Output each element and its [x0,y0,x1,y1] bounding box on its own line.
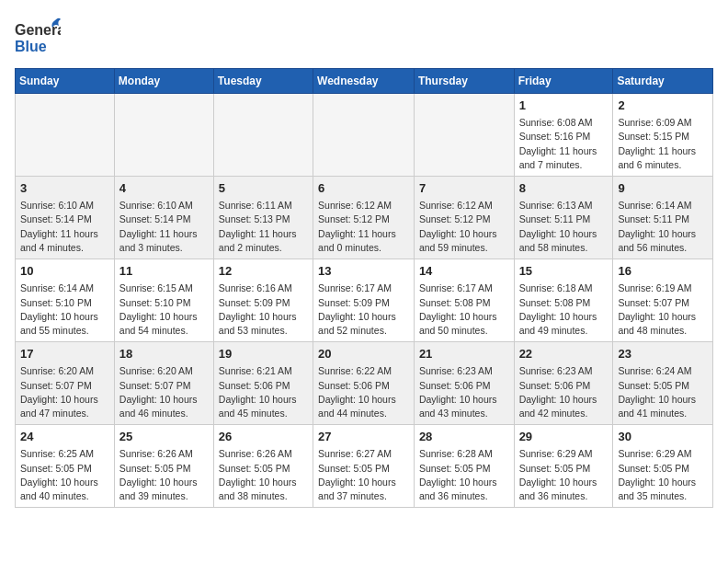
day-info: Sunrise: 6:13 AM Sunset: 5:11 PM Dayligh… [519,199,609,255]
calendar-cell: 23Sunrise: 6:24 AM Sunset: 5:05 PM Dayli… [613,342,713,425]
day-info: Sunrise: 6:20 AM Sunset: 5:07 PM Dayligh… [119,364,209,420]
day-number: 11 [119,263,209,280]
calendar-cell: 17Sunrise: 6:20 AM Sunset: 5:07 PM Dayli… [16,342,115,425]
day-info: Sunrise: 6:09 AM Sunset: 5:15 PM Dayligh… [618,116,708,172]
week-row-5: 24Sunrise: 6:25 AM Sunset: 5:05 PM Dayli… [16,425,713,508]
day-number: 17 [20,346,109,362]
day-info: Sunrise: 6:19 AM Sunset: 5:07 PM Dayligh… [618,282,708,338]
day-info: Sunrise: 6:08 AM Sunset: 5:16 PM Dayligh… [519,116,609,172]
weekday-header-tuesday: Tuesday [213,69,313,94]
day-info: Sunrise: 6:18 AM Sunset: 5:08 PM Dayligh… [519,282,609,338]
weekday-header-monday: Monday [114,69,213,94]
calendar-cell: 22Sunrise: 6:23 AM Sunset: 5:06 PM Dayli… [514,342,613,425]
logo-svg: GeneralBlue [15,15,61,61]
day-info: Sunrise: 6:11 AM Sunset: 5:13 PM Dayligh… [219,199,308,255]
day-number: 24 [20,429,109,445]
calendar-cell [414,94,514,177]
day-number: 8 [519,180,609,197]
day-number: 23 [618,346,708,362]
day-info: Sunrise: 6:15 AM Sunset: 5:10 PM Dayligh… [119,282,209,338]
day-info: Sunrise: 6:29 AM Sunset: 5:05 PM Dayligh… [519,447,609,503]
calendar-cell: 29Sunrise: 6:29 AM Sunset: 5:05 PM Dayli… [514,425,613,508]
week-row-4: 17Sunrise: 6:20 AM Sunset: 5:07 PM Dayli… [16,342,713,425]
day-number: 29 [519,429,609,445]
calendar-cell: 10Sunrise: 6:14 AM Sunset: 5:10 PM Dayli… [16,259,115,342]
day-info: Sunrise: 6:20 AM Sunset: 5:07 PM Dayligh… [20,364,109,420]
calendar-cell: 4Sunrise: 6:10 AM Sunset: 5:14 PM Daylig… [114,177,213,259]
calendar-cell: 12Sunrise: 6:16 AM Sunset: 5:09 PM Dayli… [213,259,313,342]
weekday-header-thursday: Thursday [414,69,514,94]
day-number: 21 [419,346,509,362]
day-number: 19 [219,346,308,362]
day-info: Sunrise: 6:29 AM Sunset: 5:05 PM Dayligh… [618,447,708,503]
day-number: 30 [618,429,708,445]
day-number: 7 [419,180,509,197]
calendar-cell: 2Sunrise: 6:09 AM Sunset: 5:15 PM Daylig… [613,94,713,177]
day-number: 2 [618,98,708,114]
day-number: 18 [119,346,209,362]
weekday-header-row: SundayMondayTuesdayWednesdayThursdayFrid… [16,69,713,94]
calendar-cell: 27Sunrise: 6:27 AM Sunset: 5:05 PM Dayli… [313,425,415,508]
calendar-cell: 15Sunrise: 6:18 AM Sunset: 5:08 PM Dayli… [514,259,613,342]
day-info: Sunrise: 6:10 AM Sunset: 5:14 PM Dayligh… [119,199,209,255]
day-info: Sunrise: 6:21 AM Sunset: 5:06 PM Dayligh… [219,364,308,420]
page-header: GeneralBlue [15,15,713,61]
day-number: 3 [20,180,109,197]
calendar-cell: 14Sunrise: 6:17 AM Sunset: 5:08 PM Dayli… [414,259,514,342]
calendar-cell [213,94,313,177]
day-number: 6 [318,180,409,197]
day-number: 4 [119,180,209,197]
calendar-cell: 19Sunrise: 6:21 AM Sunset: 5:06 PM Dayli… [213,342,313,425]
day-number: 1 [519,98,609,114]
day-number: 28 [419,429,509,445]
weekday-header-saturday: Saturday [613,69,713,94]
calendar-cell [16,94,115,177]
calendar-cell: 24Sunrise: 6:25 AM Sunset: 5:05 PM Dayli… [16,425,115,508]
day-info: Sunrise: 6:16 AM Sunset: 5:09 PM Dayligh… [219,282,308,338]
calendar-cell: 18Sunrise: 6:20 AM Sunset: 5:07 PM Dayli… [114,342,213,425]
week-row-2: 3Sunrise: 6:10 AM Sunset: 5:14 PM Daylig… [16,177,713,259]
calendar-cell: 21Sunrise: 6:23 AM Sunset: 5:06 PM Dayli… [414,342,514,425]
day-info: Sunrise: 6:14 AM Sunset: 5:10 PM Dayligh… [20,282,109,338]
day-number: 25 [119,429,209,445]
svg-text:Blue: Blue [15,39,47,54]
calendar-cell: 9Sunrise: 6:14 AM Sunset: 5:11 PM Daylig… [613,177,713,259]
calendar-cell: 3Sunrise: 6:10 AM Sunset: 5:14 PM Daylig… [16,177,115,259]
day-number: 13 [318,263,409,280]
day-info: Sunrise: 6:12 AM Sunset: 5:12 PM Dayligh… [318,199,409,255]
day-number: 10 [20,263,109,280]
calendar-cell: 6Sunrise: 6:12 AM Sunset: 5:12 PM Daylig… [313,177,415,259]
day-info: Sunrise: 6:22 AM Sunset: 5:06 PM Dayligh… [318,364,409,420]
day-number: 12 [219,263,308,280]
day-info: Sunrise: 6:27 AM Sunset: 5:05 PM Dayligh… [318,447,409,503]
day-info: Sunrise: 6:25 AM Sunset: 5:05 PM Dayligh… [20,447,109,503]
weekday-header-sunday: Sunday [16,69,115,94]
calendar-cell: 16Sunrise: 6:19 AM Sunset: 5:07 PM Dayli… [613,259,713,342]
calendar-cell: 20Sunrise: 6:22 AM Sunset: 5:06 PM Dayli… [313,342,415,425]
day-number: 5 [219,180,308,197]
week-row-3: 10Sunrise: 6:14 AM Sunset: 5:10 PM Dayli… [16,259,713,342]
calendar-cell: 5Sunrise: 6:11 AM Sunset: 5:13 PM Daylig… [213,177,313,259]
week-row-1: 1Sunrise: 6:08 AM Sunset: 5:16 PM Daylig… [16,94,713,177]
day-info: Sunrise: 6:24 AM Sunset: 5:05 PM Dayligh… [618,364,708,420]
calendar-cell: 25Sunrise: 6:26 AM Sunset: 5:05 PM Dayli… [114,425,213,508]
calendar-cell: 1Sunrise: 6:08 AM Sunset: 5:16 PM Daylig… [514,94,613,177]
calendar-cell [313,94,415,177]
calendar-cell: 13Sunrise: 6:17 AM Sunset: 5:09 PM Dayli… [313,259,415,342]
day-number: 20 [318,346,409,362]
day-number: 27 [318,429,409,445]
day-info: Sunrise: 6:26 AM Sunset: 5:05 PM Dayligh… [119,447,209,503]
weekday-header-friday: Friday [514,69,613,94]
day-info: Sunrise: 6:26 AM Sunset: 5:05 PM Dayligh… [219,447,308,503]
day-info: Sunrise: 6:28 AM Sunset: 5:05 PM Dayligh… [419,447,509,503]
day-number: 26 [219,429,308,445]
weekday-header-wednesday: Wednesday [313,69,415,94]
logo: GeneralBlue [15,15,61,61]
day-info: Sunrise: 6:17 AM Sunset: 5:09 PM Dayligh… [318,282,409,338]
calendar-cell: 7Sunrise: 6:12 AM Sunset: 5:12 PM Daylig… [414,177,514,259]
calendar-table: SundayMondayTuesdayWednesdayThursdayFrid… [15,68,713,508]
day-info: Sunrise: 6:23 AM Sunset: 5:06 PM Dayligh… [419,364,509,420]
day-info: Sunrise: 6:10 AM Sunset: 5:14 PM Dayligh… [20,199,109,255]
day-info: Sunrise: 6:23 AM Sunset: 5:06 PM Dayligh… [519,364,609,420]
day-number: 22 [519,346,609,362]
